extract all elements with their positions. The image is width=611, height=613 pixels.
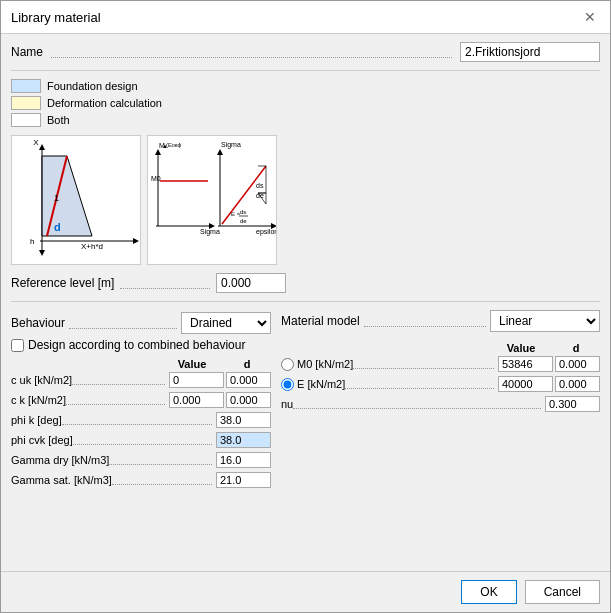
row-cuk: c uk [kN/m2]	[11, 372, 271, 388]
row-gammadry-value[interactable]	[216, 452, 271, 468]
material-model-row: Material model Linear Non-linear	[281, 310, 600, 332]
material-model-label: Material model	[281, 314, 360, 328]
middle-section: Foundation design Deformation calculatio…	[11, 79, 600, 265]
row-cuk-label: c uk [kN/m2]	[11, 374, 72, 386]
svg-text:ds: ds	[240, 209, 246, 215]
row-gammasat-dots	[112, 475, 212, 485]
right-table-header: Value d	[281, 342, 600, 354]
row-m0-value[interactable]	[498, 356, 553, 372]
row-gammadry-dots	[109, 455, 212, 465]
legend-both: Both	[11, 113, 291, 127]
row-ck-dots	[66, 395, 165, 405]
right-data-section: Material model Linear Non-linear Value d	[281, 310, 600, 492]
row-phicvk-value[interactable]	[216, 432, 271, 448]
left-col-value: Value	[163, 358, 221, 370]
right-panel	[301, 79, 600, 265]
title-bar: Library material ✕	[1, 1, 610, 34]
library-material-dialog: Library material ✕ Name Foundation desig…	[0, 0, 611, 613]
design-checkbox-label: Design according to combined behaviour	[28, 338, 245, 352]
close-button[interactable]: ✕	[580, 7, 600, 27]
row-ck-d[interactable]	[226, 392, 271, 408]
data-section: Behaviour Drained Undrained Non-porous D…	[11, 310, 600, 492]
material-model-dots	[364, 315, 486, 327]
svg-marker-19	[155, 149, 161, 155]
svg-text:X+h*d: X+h*d	[81, 242, 103, 251]
row-phik-dots	[62, 415, 212, 425]
row-phicvk: phi cvk [deg]	[11, 432, 271, 448]
m0-radio[interactable]	[281, 358, 294, 371]
reference-level-dots	[120, 277, 210, 289]
svg-marker-2	[39, 144, 45, 150]
svg-marker-14	[39, 250, 45, 256]
dialog-title: Library material	[11, 10, 101, 25]
diagram-right: M ▲ (E oed ) Sigma M0	[147, 135, 277, 265]
name-input[interactable]	[460, 42, 600, 62]
row-m0-dots	[353, 359, 494, 369]
legend-foundation: Foundation design	[11, 79, 291, 93]
svg-marker-3	[133, 238, 139, 244]
row-phicvk-label: phi cvk [deg]	[11, 434, 73, 446]
left-data-section: Behaviour Drained Undrained Non-porous D…	[11, 310, 271, 492]
svg-text:de: de	[240, 218, 247, 224]
diagram-left: X X+h*d h	[11, 135, 141, 265]
svg-text:Sigma: Sigma	[221, 141, 241, 149]
row-gammadry: Gamma dry [kN/m3]	[11, 452, 271, 468]
row-ck-value[interactable]	[169, 392, 224, 408]
row-nu-dots	[293, 399, 541, 409]
row-e-label: E [kN/m2]	[297, 378, 345, 390]
row-cuk-d[interactable]	[226, 372, 271, 388]
right-col-d: d	[552, 342, 600, 354]
separator-2	[11, 301, 600, 302]
design-checkbox-row: Design according to combined behaviour	[11, 338, 271, 352]
reference-level-input[interactable]	[216, 273, 286, 293]
row-phicvk-dots	[73, 435, 212, 445]
e-radio[interactable]	[281, 378, 294, 391]
left-table-header: Value d	[11, 358, 271, 370]
row-m0-d[interactable]	[555, 356, 600, 372]
left-panel: Foundation design Deformation calculatio…	[11, 79, 291, 265]
behaviour-select[interactable]: Drained Undrained Non-porous	[181, 312, 271, 334]
svg-text:h: h	[30, 237, 34, 246]
svg-text:d: d	[54, 221, 61, 233]
dialog-content: Name Foundation design Deformation calcu…	[1, 34, 610, 571]
row-cuk-value[interactable]	[169, 372, 224, 388]
row-e-value[interactable]	[498, 376, 553, 392]
svg-text:Sigma: Sigma	[200, 228, 220, 236]
row-nu-value[interactable]	[545, 396, 600, 412]
row-ck-label: c k [kN/m2]	[11, 394, 66, 406]
ok-button[interactable]: OK	[461, 580, 516, 604]
reference-level-label: Reference level [m]	[11, 276, 114, 290]
svg-text:): )	[179, 142, 181, 148]
svg-text:epsilon: epsilon	[256, 228, 277, 236]
svg-text:1: 1	[54, 193, 59, 203]
material-model-select[interactable]: Linear Non-linear	[490, 310, 600, 332]
row-e-d[interactable]	[555, 376, 600, 392]
legend-box-foundation	[11, 79, 41, 93]
behaviour-label: Behaviour	[11, 316, 65, 330]
row-phik: phi k [deg]	[11, 412, 271, 428]
cancel-button[interactable]: Cancel	[525, 580, 600, 604]
row-m0-label: M0 [kN/m2]	[297, 358, 353, 370]
row-nu-label: nu	[281, 398, 293, 410]
reference-level-row: Reference level [m]	[11, 273, 600, 293]
svg-marker-31	[217, 149, 223, 155]
name-row: Name	[11, 42, 600, 62]
design-checkbox[interactable]	[11, 339, 24, 352]
row-e: E [kN/m2]	[281, 376, 600, 392]
name-dots-decoration	[51, 46, 452, 58]
row-phik-value[interactable]	[216, 412, 271, 428]
legend-box-deformation	[11, 96, 41, 110]
svg-text:ds: ds	[256, 182, 264, 189]
row-phik-label: phi k [deg]	[11, 414, 62, 426]
name-label: Name	[11, 45, 43, 59]
row-m0: M0 [kN/m2]	[281, 356, 600, 372]
legend-items: Foundation design Deformation calculatio…	[11, 79, 291, 127]
behaviour-row: Behaviour Drained Undrained Non-porous	[11, 312, 271, 334]
right-col-value: Value	[492, 342, 550, 354]
row-gammasat-value[interactable]	[216, 472, 271, 488]
behaviour-dots	[69, 317, 177, 329]
svg-text:X: X	[33, 138, 39, 147]
dialog-footer: OK Cancel	[1, 571, 610, 612]
separator-1	[11, 70, 600, 71]
legend-box-both	[11, 113, 41, 127]
